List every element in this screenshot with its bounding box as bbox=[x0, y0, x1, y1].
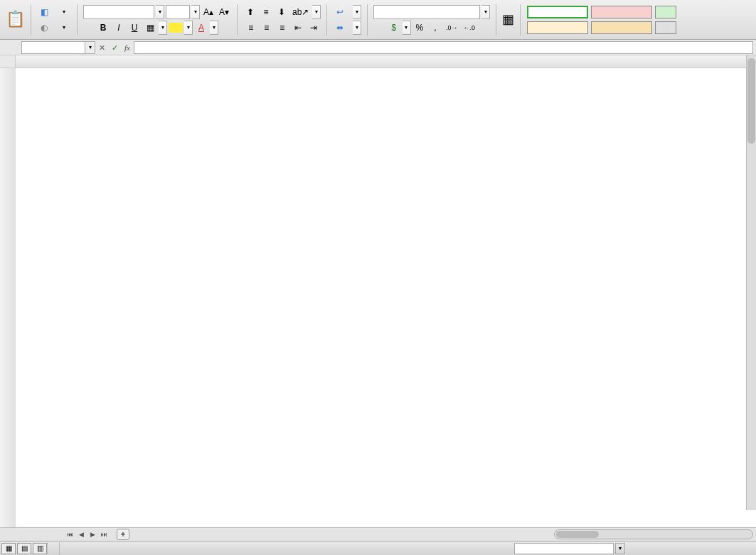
style-good[interactable] bbox=[655, 6, 676, 18]
wrap-icon: ↩ bbox=[333, 5, 347, 19]
separator bbox=[237, 4, 238, 36]
wrap-dropdown[interactable]: ▾ bbox=[353, 5, 361, 19]
scrollbar-thumb[interactable] bbox=[747, 58, 755, 144]
font-color-dropdown[interactable]: ▾ bbox=[210, 21, 218, 35]
shrink-font-button[interactable]: A▾ bbox=[217, 5, 231, 19]
underline-button[interactable]: U bbox=[127, 21, 142, 35]
formula-bar-row: ▾ ✕ ✓ fx bbox=[0, 40, 756, 55]
style-bad[interactable] bbox=[591, 6, 652, 18]
row-headers bbox=[0, 68, 16, 527]
page-layout-view-button[interactable]: ▤ bbox=[17, 543, 31, 554]
merge-dropdown[interactable]: ▾ bbox=[353, 21, 361, 35]
align-right-button[interactable]: ≡ bbox=[275, 21, 289, 35]
currency-dropdown[interactable]: ▾ bbox=[403, 21, 411, 35]
align-middle-button[interactable]: ≡ bbox=[259, 5, 273, 19]
font-name-input[interactable] bbox=[83, 5, 154, 19]
grow-font-button[interactable]: A▴ bbox=[201, 5, 215, 19]
comma-button[interactable]: , bbox=[428, 21, 442, 35]
tab-nav-last[interactable]: ⏭ bbox=[98, 529, 110, 540]
orientation-button[interactable]: ab↗ bbox=[290, 5, 311, 19]
font-size-input[interactable] bbox=[166, 5, 190, 19]
cond-fmt-icon: ▦ bbox=[502, 11, 514, 27]
name-box[interactable] bbox=[21, 41, 85, 54]
tab-nav-first[interactable]: ⏮ bbox=[64, 529, 75, 540]
select-all-corner[interactable] bbox=[0, 55, 16, 68]
tab-nav-next[interactable]: ▶ bbox=[87, 529, 98, 540]
decrease-decimal-button[interactable]: ←.0 bbox=[461, 21, 477, 35]
border-dropdown[interactable]: ▾ bbox=[159, 21, 167, 35]
font-size-dropdown[interactable]: ▾ bbox=[191, 5, 200, 19]
eraser-icon[interactable]: ◐ bbox=[37, 21, 51, 35]
sum-dropdown[interactable]: ▾ bbox=[615, 543, 625, 554]
fill-color-dropdown[interactable]: ▾ bbox=[184, 21, 193, 35]
style-check[interactable] bbox=[655, 21, 676, 34]
column-headers bbox=[16, 55, 756, 68]
normal-view-button[interactable]: ▦ bbox=[1, 543, 16, 554]
ribbon: 📋 ◧ ▾ ◐ ▾ ▾ ▾ A▴ A▾ B I U ▦ ▾ bbox=[0, 0, 756, 40]
orientation-dropdown[interactable]: ▾ bbox=[312, 5, 321, 19]
align-top-button[interactable]: ⬆ bbox=[243, 5, 257, 19]
align-center-button[interactable]: ≡ bbox=[260, 21, 274, 35]
merge-icon: ⬌ bbox=[333, 21, 347, 35]
horizontal-scrollbar[interactable] bbox=[554, 529, 753, 539]
separator bbox=[31, 4, 31, 36]
page-break-view-button[interactable]: ▥ bbox=[33, 543, 47, 554]
font-name-dropdown[interactable]: ▾ bbox=[156, 5, 164, 19]
number-format-dropdown[interactable]: ▾ bbox=[481, 5, 490, 19]
percent-button[interactable]: % bbox=[412, 21, 427, 35]
italic-button[interactable]: I bbox=[112, 21, 126, 35]
cells-area[interactable] bbox=[16, 68, 756, 527]
scrollbar-thumb[interactable] bbox=[556, 531, 599, 538]
spreadsheet-grid bbox=[0, 55, 756, 527]
paste-button[interactable]: 📋 bbox=[3, 3, 28, 37]
separator bbox=[496, 4, 496, 36]
increase-indent-button[interactable]: ⇥ bbox=[307, 21, 321, 35]
conditional-formatting-button[interactable]: ▦ bbox=[499, 3, 517, 37]
clipboard-icon: 📋 bbox=[6, 10, 25, 28]
status-bar: ▦ ▤ ▥ ▾ bbox=[0, 541, 756, 555]
style-neutral[interactable] bbox=[527, 21, 588, 34]
align-left-button[interactable]: ≡ bbox=[244, 21, 258, 35]
fx-button[interactable]: fx bbox=[121, 41, 134, 54]
add-sheet-button[interactable]: + bbox=[117, 529, 129, 540]
view-mode-label bbox=[47, 542, 59, 555]
font-color-button[interactable]: A bbox=[194, 21, 208, 35]
bold-button[interactable]: B bbox=[96, 21, 110, 35]
increase-decimal-button[interactable]: .0→ bbox=[444, 21, 460, 35]
fill-color-button[interactable] bbox=[169, 23, 183, 33]
border-button[interactable]: ▦ bbox=[143, 21, 157, 35]
enter-formula-button[interactable]: ✓ bbox=[108, 41, 121, 54]
align-bottom-button[interactable]: ⬇ bbox=[275, 5, 289, 19]
style-normal[interactable] bbox=[527, 6, 588, 18]
currency-button[interactable]: $ bbox=[387, 21, 401, 35]
status-sum bbox=[514, 543, 614, 554]
style-calculation[interactable] bbox=[591, 21, 652, 34]
separator bbox=[326, 4, 327, 36]
formula-bar[interactable] bbox=[134, 41, 753, 54]
vertical-scrollbar[interactable] bbox=[746, 55, 756, 510]
name-box-dropdown[interactable]: ▾ bbox=[85, 41, 95, 54]
separator bbox=[520, 4, 521, 36]
fill-icon[interactable]: ◧ bbox=[37, 5, 51, 19]
status-state bbox=[59, 542, 71, 555]
tab-nav-prev[interactable]: ◀ bbox=[75, 529, 87, 540]
cancel-formula-button[interactable]: ✕ bbox=[95, 41, 108, 54]
number-format-input[interactable] bbox=[373, 5, 480, 19]
separator bbox=[367, 4, 368, 36]
sheet-tab-bar: ⏮ ◀ ▶ ⏭ + bbox=[0, 527, 756, 541]
separator bbox=[77, 4, 78, 36]
fill-dropdown[interactable]: ▾ bbox=[57, 5, 71, 19]
decrease-indent-button[interactable]: ⇤ bbox=[291, 21, 305, 35]
clear-dropdown[interactable]: ▾ bbox=[57, 21, 71, 35]
